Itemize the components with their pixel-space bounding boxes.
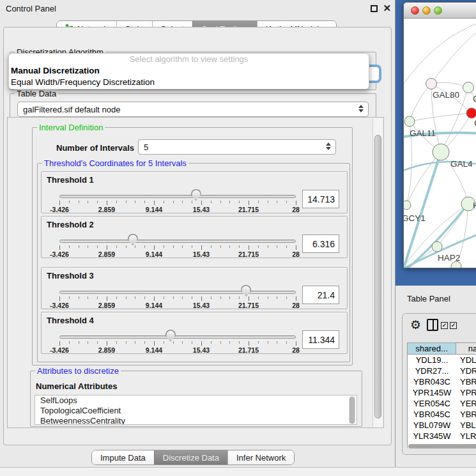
threshold-box-1: Threshold 1-3.4262.8599.14415.4321.71528… bbox=[41, 171, 348, 213]
table-row[interactable]: YER054CYER0 bbox=[408, 398, 476, 409]
slider-ticks bbox=[59, 341, 296, 346]
settings-gear-icon[interactable]: ⚙ bbox=[410, 318, 421, 332]
slider-track[interactable] bbox=[59, 195, 296, 198]
slider-thumb[interactable] bbox=[128, 234, 138, 245]
numerical-attributes-list[interactable]: SelfLoopsTopologicalCoefficientBetweenne… bbox=[35, 395, 357, 425]
slider-thumb[interactable] bbox=[191, 189, 201, 201]
combobox-stepper-icon bbox=[358, 105, 364, 112]
threshold-value-field[interactable]: 21.4 bbox=[302, 286, 339, 304]
network-window-titlebar[interactable] bbox=[404, 3, 476, 19]
table-row[interactable]: YDR27...YDR2 bbox=[408, 365, 476, 376]
table-cell: YER0 bbox=[456, 398, 476, 409]
tick-mark bbox=[182, 201, 183, 203]
network-desktop-background: GAL80GACGAL11GAL4GCY1HHAP2 bbox=[395, 0, 476, 286]
slider-thumb[interactable] bbox=[241, 285, 251, 296]
table-row[interactable]: YLR345WYLR3 bbox=[408, 431, 476, 441]
attribute-list-item[interactable]: TopologicalCoefficient bbox=[35, 406, 357, 416]
attribute-list-item[interactable]: SelfLoops bbox=[35, 395, 357, 406]
network-canvas[interactable]: GAL80GACGAL11GAL4GCY1HHAP2 bbox=[404, 19, 476, 268]
network-edge[interactable] bbox=[410, 113, 472, 121]
tick-mark bbox=[126, 245, 127, 248]
threshold-value-field[interactable]: 6.316 bbox=[302, 234, 339, 253]
table-row[interactable]: YBL079WYBL0 bbox=[408, 420, 476, 431]
network-edge[interactable] bbox=[410, 84, 431, 121]
tick-mark bbox=[239, 201, 240, 203]
tick-label: 15.43 bbox=[193, 250, 210, 258]
table-row[interactable]: YPR145WYPR1 bbox=[408, 387, 476, 398]
threshold-value-field[interactable]: 11.344 bbox=[302, 330, 339, 349]
network-node-gal4[interactable] bbox=[433, 144, 449, 160]
tab-infer-network[interactable]: Infer Network bbox=[227, 450, 294, 464]
settings-vertical-scrollbar[interactable] bbox=[372, 118, 383, 428]
tick-mark bbox=[135, 296, 135, 299]
threshold-slider-2[interactable]: -3.4262.8599.14415.4321.71528 bbox=[59, 217, 296, 259]
tick-mark bbox=[88, 296, 88, 299]
table-horizontal-scrollbar[interactable] bbox=[408, 444, 476, 449]
algorithm-option-manual-discretization[interactable]: Manual Discretization bbox=[9, 65, 369, 77]
tick-label: 15.43 bbox=[193, 302, 210, 309]
tick-mark bbox=[268, 201, 268, 203]
thresholds-group-title: Threshold's Coordinates for 5 Intervals bbox=[42, 158, 188, 168]
window-minimize-icon[interactable] bbox=[422, 6, 431, 15]
tick-label: 2.859 bbox=[98, 346, 115, 354]
tick-label: 2.859 bbox=[98, 250, 115, 258]
network-node-ga[interactable] bbox=[463, 82, 474, 93]
float-window-icon[interactable] bbox=[371, 5, 378, 12]
tick-mark bbox=[79, 201, 79, 203]
network-node-gcy1[interactable] bbox=[404, 201, 411, 210]
algorithm-dropdown-popup: Select algorithm to view settings Manual… bbox=[8, 53, 369, 89]
window-zoom-icon[interactable] bbox=[434, 6, 442, 15]
slider-thumb[interactable] bbox=[165, 330, 176, 341]
tick-mark bbox=[173, 245, 174, 248]
tick-mark bbox=[107, 296, 107, 301]
algorithm-option-equal-width-frequency-discretization[interactable]: Equal Width/Frequency Discretization bbox=[9, 77, 369, 88]
network-node-gal11[interactable] bbox=[404, 116, 415, 127]
table-cell: YDR2 bbox=[456, 365, 476, 376]
slider-track[interactable] bbox=[59, 335, 296, 339]
close-icon[interactable]: ✕ bbox=[383, 3, 391, 14]
split-columns-icon[interactable] bbox=[427, 319, 438, 331]
tick-mark bbox=[286, 296, 287, 299]
number-of-intervals-value: 5 bbox=[144, 142, 148, 152]
threshold-slider-3[interactable]: -3.4262.8599.14415.4321.71528 bbox=[59, 268, 296, 310]
tick-mark bbox=[258, 341, 259, 344]
network-node-hap2[interactable] bbox=[432, 242, 442, 252]
threshold-box-4: Threshold 4-3.4262.8599.14415.4321.71528… bbox=[41, 312, 348, 354]
number-of-intervals-label: Number of Intervals bbox=[56, 143, 134, 153]
attributes-list-scrollbar[interactable] bbox=[349, 396, 356, 424]
tick-mark bbox=[296, 201, 296, 205]
tab-discretize-data[interactable]: Discretize Data bbox=[154, 450, 227, 464]
window-close-icon[interactable] bbox=[411, 6, 419, 15]
table-column-header[interactable]: na bbox=[456, 343, 476, 354]
network-node[interactable] bbox=[451, 261, 461, 268]
attribute-list-item[interactable]: BetweennessCentrality bbox=[35, 416, 357, 425]
tick-mark bbox=[97, 341, 98, 344]
network-node-c[interactable] bbox=[466, 108, 476, 118]
table-column-header[interactable]: shared... bbox=[408, 343, 456, 354]
tick-mark bbox=[268, 341, 268, 344]
network-node-gal80[interactable] bbox=[426, 79, 437, 89]
tick-label: -3.426 bbox=[50, 206, 69, 213]
threshold-slider-1[interactable]: -3.4262.8599.14415.4321.71528 bbox=[59, 172, 296, 214]
tick-mark bbox=[229, 245, 230, 248]
table-data-combobox[interactable]: galFiltered.sif default node bbox=[17, 102, 369, 117]
network-edge[interactable] bbox=[404, 21, 476, 89]
slider-track[interactable] bbox=[59, 291, 296, 294]
checkbox-checked-icon[interactable]: ✓ bbox=[441, 322, 448, 329]
slider-track[interactable] bbox=[59, 240, 296, 243]
tick-mark bbox=[173, 341, 174, 344]
threshold-value-field[interactable]: 14.713 bbox=[302, 190, 339, 208]
table-row[interactable]: YBR045CYBR0 bbox=[408, 409, 476, 420]
checkbox-checked-icon[interactable]: ✓ bbox=[450, 322, 457, 329]
node-attribute-table[interactable]: shared...na YDL19...YDL1YDR27...YDR2YBR0… bbox=[407, 342, 476, 448]
table-row[interactable]: YBR043CYBR0 bbox=[408, 376, 476, 387]
number-of-intervals-combobox[interactable]: 5 bbox=[138, 139, 336, 155]
attributes-to-discretize-group: Attributes to discretize Numerical Attri… bbox=[30, 371, 362, 427]
table-row[interactable]: YDL19...YDL1 bbox=[408, 355, 476, 365]
panel-title: Control Panel bbox=[6, 4, 56, 13]
tick-mark bbox=[126, 296, 127, 299]
table-data-combobox-value: galFiltered.sif default node bbox=[23, 105, 120, 114]
tab-label: Discretize Data bbox=[163, 453, 219, 463]
tab-impute-data[interactable]: Impute Data bbox=[92, 450, 154, 464]
threshold-slider-4[interactable]: -3.4262.8599.14415.4321.71528 bbox=[59, 312, 296, 355]
